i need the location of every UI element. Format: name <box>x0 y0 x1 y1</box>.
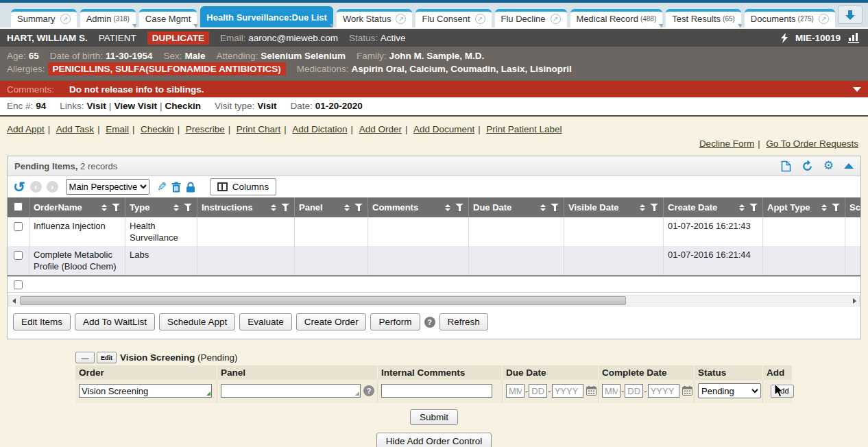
create-order-button[interactable]: Create Order <box>296 313 367 330</box>
schedule-appt-button[interactable]: Schedule Appt <box>159 313 235 330</box>
edit-items-button[interactable]: Edit Items <box>13 313 71 330</box>
allergies-badge[interactable]: PENICILLINS, SULFA(SULFONAMIDE ANTIBIOTI… <box>48 62 286 75</box>
tab-summary[interactable]: Summary ↗ <box>11 9 77 27</box>
tab-admin[interactable]: Admin (318) <box>80 9 136 27</box>
link-email[interactable]: Email <box>106 124 129 134</box>
external-link-icon[interactable]: ↗ <box>475 14 485 24</box>
due-date-month-input[interactable] <box>506 384 525 398</box>
perform-button[interactable]: Perform <box>370 313 420 330</box>
link-prescribe[interactable]: Prescribe <box>186 124 225 134</box>
duplicate-badge[interactable]: DUPLICATE <box>147 32 209 45</box>
filter-icon[interactable] <box>749 204 758 211</box>
column-header-appt-type[interactable]: Appt Type <box>763 197 845 217</box>
edit-section-button[interactable]: Edit <box>97 352 117 363</box>
due-date-year-input[interactable] <box>552 384 583 398</box>
perspective-select[interactable]: Main Perspective <box>66 179 149 195</box>
column-header-sc[interactable]: Sc <box>845 197 860 217</box>
gear-icon[interactable]: ⚙ <box>823 161 834 171</box>
tab-case-mgmt[interactable]: Case Mgmt <box>139 9 197 27</box>
filter-icon[interactable] <box>832 204 841 211</box>
internal-comments-input[interactable] <box>381 384 492 398</box>
column-header-type[interactable]: Type <box>125 197 197 217</box>
table-row[interactable]: Influenza Injection Health Surveillance … <box>8 217 860 246</box>
column-header-instructions[interactable]: Instructions <box>197 197 295 217</box>
table-row[interactable]: Complete Metabolic Profile (Blood Chem) … <box>8 246 860 275</box>
scroll-left-icon[interactable] <box>9 298 19 304</box>
complete-date-year-input[interactable] <box>648 384 679 398</box>
filter-icon[interactable] <box>650 204 659 211</box>
filter-icon[interactable] <box>551 204 559 211</box>
hide-add-order-control-button[interactable]: Hide Add Order Control <box>376 433 492 447</box>
tab-overflow-down-arrow-button[interactable] <box>838 5 863 24</box>
bar-chart-icon[interactable] <box>847 32 861 43</box>
external-link-icon[interactable]: ↗ <box>396 14 406 24</box>
row-checkbox[interactable] <box>14 222 23 231</box>
column-header-comments[interactable]: Comments <box>368 197 469 217</box>
link-add-document[interactable]: Add Document <box>413 124 474 134</box>
external-link-icon[interactable]: ↗ <box>819 14 829 24</box>
status-select[interactable]: Pending <box>698 383 761 398</box>
scrollbar-thumb[interactable] <box>20 296 626 305</box>
tab-work-status[interactable]: Work Status ↗ <box>337 9 413 27</box>
lock-icon[interactable] <box>186 182 195 193</box>
sort-icon[interactable] <box>735 204 745 211</box>
horizontal-scrollbar[interactable] <box>8 295 860 306</box>
submit-button[interactable]: Submit <box>410 409 458 425</box>
history-back-icon[interactable]: ‹ <box>30 181 42 193</box>
calendar-icon[interactable] <box>586 386 596 396</box>
sort-icon[interactable] <box>169 204 179 211</box>
panel-help-icon[interactable]: ? <box>363 385 374 396</box>
link-view-visit[interactable]: View Visit <box>114 101 157 111</box>
column-header-panel[interactable]: Panel <box>295 197 368 217</box>
new-document-icon[interactable] <box>781 160 791 172</box>
column-header-create-date[interactable]: Create Date <box>664 197 763 217</box>
columns-button[interactable]: Columns <box>210 178 276 195</box>
evaluate-button[interactable]: Evaluate <box>239 313 292 330</box>
link-add-order[interactable]: Add Order <box>359 124 402 134</box>
order-input[interactable] <box>79 384 212 398</box>
complete-date-day-input[interactable] <box>625 384 643 398</box>
link-checkin[interactable]: Checkin <box>165 101 201 111</box>
complete-date-month-input[interactable] <box>602 384 620 398</box>
external-link-icon[interactable]: ↗ <box>60 14 71 24</box>
refresh-icon[interactable] <box>801 160 813 172</box>
tab-flu-decline[interactable]: Flu Decline ↗ <box>495 9 567 27</box>
due-date-day-input[interactable] <box>529 384 547 398</box>
chevron-down-icon[interactable] <box>853 87 861 92</box>
row-checkbox[interactable] <box>14 251 23 260</box>
column-header-ordername[interactable]: OrderName <box>29 197 125 217</box>
history-forward-icon[interactable]: › <box>47 181 58 193</box>
sort-icon[interactable] <box>267 204 276 211</box>
link-checkin-action[interactable]: Checkin <box>141 124 174 134</box>
filter-icon[interactable] <box>112 204 121 211</box>
refresh-button[interactable]: Refresh <box>439 313 488 330</box>
sort-icon[interactable] <box>817 204 827 211</box>
external-link-icon[interactable]: ↗ <box>551 14 561 24</box>
link-go-to-order-requests[interactable]: Go To Order Requests <box>766 138 858 149</box>
link-add-task[interactable]: Add Task <box>56 124 94 134</box>
link-add-dictation[interactable]: Add Dictation <box>292 124 347 134</box>
add-to-waitlist-button[interactable]: Add To WaitList <box>75 313 155 330</box>
edit-perspective-icon[interactable]: ✎ <box>157 180 167 194</box>
sort-icon[interactable] <box>97 204 107 211</box>
collapse-section-button[interactable]: — <box>75 352 95 363</box>
calendar-icon[interactable] <box>682 386 692 396</box>
link-decline-form[interactable]: Decline Form <box>699 138 754 149</box>
tab-documents[interactable]: Documents (275) ↗ <box>745 9 835 27</box>
filter-icon[interactable] <box>354 204 363 211</box>
filter-icon[interactable] <box>455 204 464 211</box>
column-header-visible-date[interactable]: Visible Date <box>564 197 664 217</box>
link-print-patient-label[interactable]: Print Patient Label <box>486 124 562 134</box>
help-icon[interactable]: ? <box>424 317 435 328</box>
sort-icon[interactable] <box>340 204 350 211</box>
select-all-checkbox[interactable] <box>8 197 29 217</box>
tab-health-surveillance-due-list[interactable]: Health Surveillance:Due List <box>200 6 333 27</box>
tab-test-results[interactable]: Test Results (65) <box>666 9 741 27</box>
sort-icon[interactable] <box>636 204 645 211</box>
tab-flu-consent[interactable]: Flu Consent ↗ <box>415 9 491 27</box>
link-print-chart[interactable]: Print Chart <box>237 124 281 134</box>
tab-medical-record[interactable]: Medical Record (488) <box>570 9 663 27</box>
select-all-checkbox[interactable] <box>14 202 23 211</box>
panel-input[interactable] <box>221 384 361 398</box>
sort-icon[interactable] <box>536 204 546 211</box>
